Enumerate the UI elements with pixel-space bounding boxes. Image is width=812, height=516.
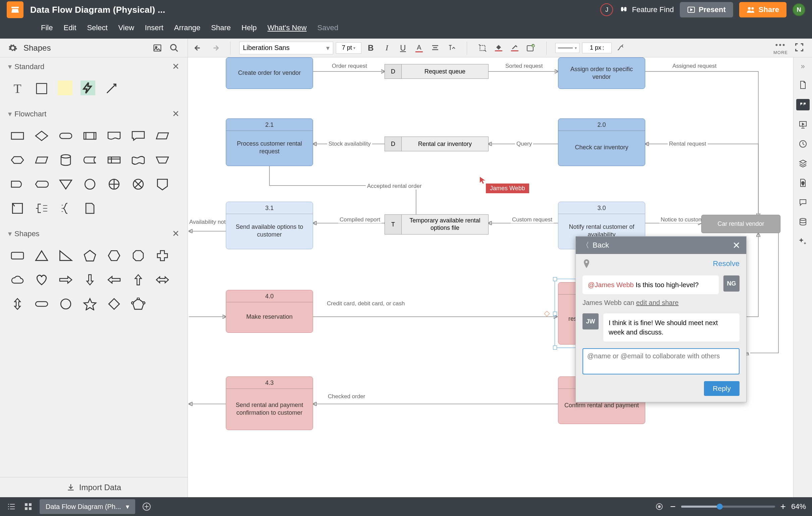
menu-view[interactable]: View (118, 24, 134, 32)
flowchart-annotation[interactable] (34, 200, 50, 217)
shape-cloud[interactable] (9, 272, 26, 288)
add-page-icon[interactable] (141, 501, 152, 512)
image-icon[interactable] (152, 42, 163, 53)
shape-polygon-edit[interactable] (130, 296, 146, 312)
canvas[interactable]: Create order for vendor Order request D … (188, 57, 793, 497)
shape-diamond[interactable] (106, 296, 122, 312)
comments-dock-icon[interactable] (798, 197, 808, 208)
node-2-0[interactable]: 2.0 Check car inventory (558, 118, 645, 166)
collaborator-avatar-j[interactable]: J (600, 3, 613, 16)
panel-shapes-header[interactable]: ▾ Shapes ✕ (0, 225, 187, 243)
shape-heart[interactable] (34, 272, 50, 288)
fullscreen-icon[interactable] (794, 42, 805, 53)
shape-arrow-down[interactable] (82, 272, 98, 288)
dock-collapse-icon[interactable]: » (801, 62, 805, 71)
shape-square[interactable] (34, 81, 50, 97)
close-icon[interactable]: ✕ (172, 109, 179, 119)
flowchart-delay[interactable] (9, 176, 26, 192)
comment-back-button[interactable]: 〈 Back (582, 240, 609, 250)
flowchart-manual-op[interactable] (154, 152, 170, 168)
menu-insert[interactable]: Insert (145, 24, 164, 32)
gear-icon[interactable] (8, 43, 18, 53)
fill-icon[interactable] (798, 177, 808, 188)
line-routing-button[interactable] (614, 41, 628, 55)
resolve-button[interactable]: Resolve (713, 259, 740, 268)
flowchart-callout[interactable] (130, 128, 146, 144)
zoom-level[interactable]: 64% (791, 502, 806, 511)
flowchart-note[interactable] (82, 200, 98, 217)
node-3-1[interactable]: 3.1 Send available options to customer (226, 202, 313, 249)
shape-pill[interactable] (34, 296, 50, 312)
text-color-button[interactable]: A (412, 41, 426, 55)
menu-help[interactable]: Help (241, 24, 257, 32)
flowchart-document[interactable] (106, 128, 122, 144)
node-2-1[interactable]: 2.1 Process customer rental request (226, 118, 313, 166)
node-assign-order[interactable]: Assign order to specific vendor (558, 57, 645, 89)
datastore-request-queue[interactable]: D Request queue (384, 64, 489, 79)
flowchart-or[interactable] (106, 176, 122, 192)
shape-text[interactable]: T (9, 81, 26, 97)
flowchart-offpage[interactable] (154, 176, 170, 192)
flowchart-internal[interactable] (106, 152, 122, 168)
user-avatar-n[interactable]: N (792, 3, 805, 16)
outline-icon[interactable] (6, 501, 17, 512)
comment-input[interactable] (582, 348, 740, 374)
shape-pentagon[interactable] (82, 248, 98, 264)
flowchart-brace[interactable] (58, 200, 74, 217)
reply-button[interactable]: Reply (704, 381, 740, 396)
shape-arrow-up[interactable] (130, 272, 146, 288)
datastore-inventory[interactable]: D Rental car inventory (384, 137, 489, 151)
font-family-select[interactable]: Liberation Sans▾ (239, 41, 333, 54)
flowchart-parallelogram[interactable] (34, 152, 50, 168)
close-icon[interactable]: ✕ (172, 61, 179, 72)
shape-arrow-left[interactable] (106, 272, 122, 288)
redo-button[interactable] (208, 41, 222, 55)
presentation-icon[interactable] (798, 119, 808, 130)
shape-options-button[interactable] (524, 41, 538, 55)
crop-button[interactable] (476, 41, 489, 55)
zoom-out-button[interactable]: − (670, 501, 675, 512)
zoom-slider[interactable] (681, 506, 775, 508)
quotes-icon[interactable] (796, 99, 810, 110)
data-icon[interactable] (798, 217, 808, 227)
node-create-order[interactable]: Create order for vendor (226, 57, 313, 89)
node-4-3[interactable]: 4.3 Send rental and payment confirmation… (226, 376, 313, 430)
flowchart-data[interactable] (154, 128, 170, 144)
shape-sticky-note[interactable] (58, 81, 72, 95)
menu-edit[interactable]: Edit (63, 24, 76, 32)
menu-share[interactable]: Share (211, 24, 231, 32)
page-tab[interactable]: Data Flow Diagram (Ph... ▾ (39, 499, 135, 514)
flowchart-storage[interactable] (82, 152, 98, 168)
shape-arrow-ud[interactable] (9, 296, 26, 312)
font-size-select[interactable]: 7 pt▾ (336, 42, 361, 54)
flowchart-tape[interactable] (130, 152, 146, 168)
close-icon[interactable]: ✕ (172, 228, 179, 239)
flowchart-predefined[interactable] (82, 128, 98, 144)
flowchart-merge[interactable] (58, 176, 74, 192)
shape-triangle[interactable] (34, 248, 50, 264)
layers-icon[interactable] (798, 158, 808, 169)
flowchart-connector[interactable] (82, 176, 98, 192)
history-icon[interactable] (798, 139, 808, 149)
target-icon[interactable] (654, 501, 665, 512)
node-4-0[interactable]: 4.0 Make reservation (226, 290, 313, 333)
shape-arrow-right[interactable] (58, 272, 74, 288)
italic-button[interactable]: I (380, 41, 394, 55)
menu-file[interactable]: File (41, 24, 53, 32)
menu-whats-new[interactable]: What's New (267, 24, 307, 32)
flowchart-process[interactable] (9, 128, 26, 144)
flowchart-card[interactable] (9, 200, 26, 217)
underline-button[interactable]: U (396, 41, 410, 55)
present-button[interactable]: Present (680, 2, 733, 18)
shape-star[interactable] (82, 296, 98, 312)
flowchart-hexagon[interactable] (9, 152, 26, 168)
line-width-select[interactable]: 1 px▴▾ (582, 42, 612, 53)
app-logo[interactable] (7, 1, 24, 18)
shape-arrow[interactable] (103, 81, 119, 97)
shape-hexagon[interactable] (106, 248, 122, 264)
flowchart-decision[interactable] (34, 128, 50, 144)
flowchart-sum[interactable] (130, 176, 146, 192)
shape-octagon[interactable] (130, 248, 146, 264)
page-icon[interactable] (798, 80, 808, 90)
flowchart-cylinder[interactable] (58, 152, 74, 168)
